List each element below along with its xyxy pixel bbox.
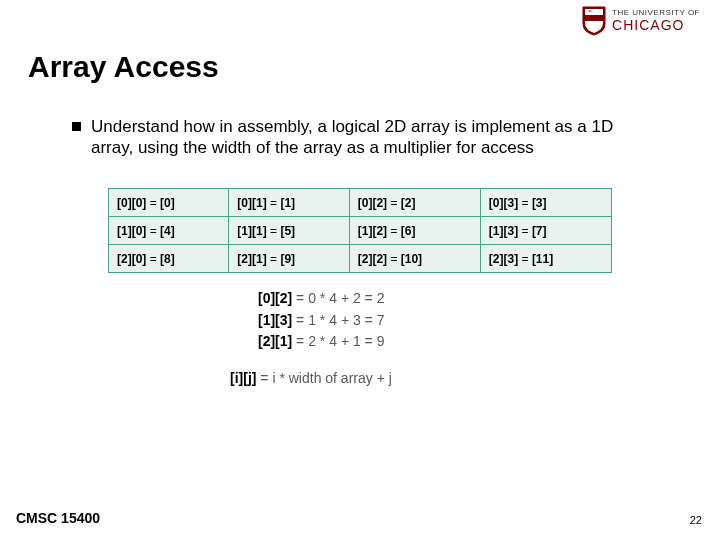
table-cell: [1][0] = [4]: [109, 217, 229, 245]
university-logo: THE UNIVERSITY OF CHICAGO: [582, 6, 700, 36]
bullet-text: Understand how in assembly, a logical 2D…: [91, 116, 660, 159]
cell-2d-index: [1][0]: [117, 224, 146, 238]
example-formulas: [0][2] = 0 * 4 + 2 = 2[1][3] = 1 * 4 + 3…: [258, 288, 384, 353]
table-cell: [1][2] = [6]: [349, 217, 480, 245]
table-row: [2][0] = [8][2][1] = [9][2][2] = [10][2]…: [109, 245, 612, 273]
table-cell: [2][3] = [11]: [480, 245, 611, 273]
course-code: CMSC 15400: [16, 510, 100, 526]
slide-title: Array Access: [28, 50, 219, 84]
logo-line2: CHICAGO: [612, 18, 700, 33]
table-row: [0][0] = [0][0][1] = [1][0][2] = [2][0][…: [109, 189, 612, 217]
general-formula: [i][j] = i * width of array + j: [230, 370, 392, 386]
formula-lhs: [1][3]: [258, 312, 292, 328]
table-row: [1][0] = [4][1][1] = [5][1][2] = [6][1][…: [109, 217, 612, 245]
formula-line: [0][2] = 0 * 4 + 2 = 2: [258, 288, 384, 310]
formula-lhs: [0][2]: [258, 290, 292, 306]
cell-1d-index: [3]: [532, 196, 547, 210]
table-cell: [0][0] = [0]: [109, 189, 229, 217]
cell-1d-index: [2]: [401, 196, 416, 210]
cell-1d-index: [1]: [280, 196, 295, 210]
table-cell: [2][2] = [10]: [349, 245, 480, 273]
table-cell: [0][3] = [3]: [480, 189, 611, 217]
table-cell: [0][1] = [1]: [229, 189, 349, 217]
table-cell: [1][1] = [5]: [229, 217, 349, 245]
cell-1d-index: [7]: [532, 224, 547, 238]
page-number: 22: [690, 514, 702, 526]
cell-2d-index: [2][2]: [358, 252, 387, 266]
formula-rhs: = 0 * 4 + 2 = 2: [292, 290, 384, 306]
table-cell: [2][1] = [9]: [229, 245, 349, 273]
cell-2d-index: [2][0]: [117, 252, 146, 266]
cell-1d-index: [9]: [280, 252, 295, 266]
cell-2d-index: [0][1]: [237, 196, 266, 210]
cell-1d-index: [10]: [401, 252, 422, 266]
cell-2d-index: [0][0]: [117, 196, 146, 210]
cell-1d-index: [11]: [532, 252, 553, 266]
cell-2d-index: [0][3]: [489, 196, 518, 210]
cell-1d-index: [0]: [160, 196, 175, 210]
formula-rhs: = 2 * 4 + 1 = 9: [292, 333, 384, 349]
formula-rhs: = 1 * 4 + 3 = 7: [292, 312, 384, 328]
cell-2d-index: [1][3]: [489, 224, 518, 238]
svg-rect-0: [585, 15, 603, 21]
general-formula-rhs: = i * width of array + j: [256, 370, 391, 386]
table-cell: [0][2] = [2]: [349, 189, 480, 217]
cell-1d-index: [8]: [160, 252, 175, 266]
table-cell: [1][3] = [7]: [480, 217, 611, 245]
formula-lhs: [2][1]: [258, 333, 292, 349]
logo-text: THE UNIVERSITY OF CHICAGO: [612, 9, 700, 33]
bullet-item: Understand how in assembly, a logical 2D…: [72, 116, 660, 159]
formula-line: [2][1] = 2 * 4 + 1 = 9: [258, 331, 384, 353]
shield-icon: [582, 6, 606, 36]
cell-2d-index: [0][2]: [358, 196, 387, 210]
cell-2d-index: [1][1]: [237, 224, 266, 238]
bullet-marker: [72, 122, 81, 131]
formula-line: [1][3] = 1 * 4 + 3 = 7: [258, 310, 384, 332]
general-formula-lhs: [i][j]: [230, 370, 256, 386]
cell-2d-index: [2][1]: [237, 252, 266, 266]
cell-1d-index: [6]: [401, 224, 416, 238]
cell-1d-index: [4]: [160, 224, 175, 238]
cell-1d-index: [5]: [280, 224, 295, 238]
table-cell: [2][0] = [8]: [109, 245, 229, 273]
cell-2d-index: [2][3]: [489, 252, 518, 266]
cell-2d-index: [1][2]: [358, 224, 387, 238]
array-mapping-table: [0][0] = [0][0][1] = [1][0][2] = [2][0][…: [108, 188, 612, 273]
